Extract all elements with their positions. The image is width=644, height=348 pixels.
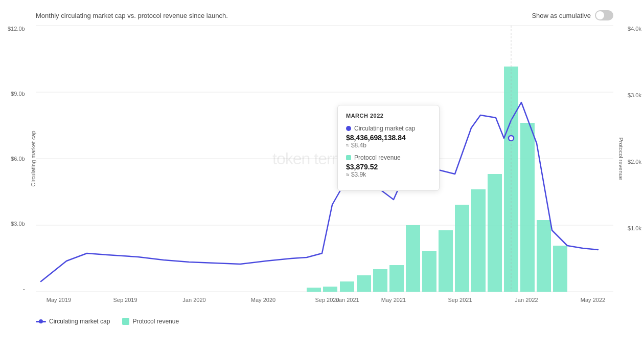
svg-rect-17 <box>504 67 518 292</box>
y-left-tick-4: - <box>8 286 25 292</box>
legend-market-cap-label: Circulating market cap <box>49 318 110 325</box>
svg-text:May 2020: May 2020 <box>251 297 275 303</box>
y-right-tick-1: $3.0k <box>628 92 641 98</box>
y-right-tick-0: $4.0k <box>628 26 641 32</box>
svg-rect-11 <box>406 225 420 292</box>
tooltip-green-dot <box>346 155 351 160</box>
tooltip-revenue-approx: ≈ $3.9k <box>346 171 431 178</box>
y-left-tick-3: $3.0b <box>8 221 25 227</box>
y-left-tick-2: $6.0b <box>8 156 25 162</box>
legend-bar-icon <box>122 318 129 325</box>
svg-rect-14 <box>455 205 469 292</box>
svg-rect-9 <box>373 269 387 292</box>
tooltip-blue-dot <box>346 126 351 131</box>
toggle-switch[interactable] <box>595 10 613 20</box>
svg-text:Jan 2021: Jan 2021 <box>336 297 359 303</box>
tooltip-revenue-section: Protocol revenue $3,879.52 ≈ $3.9k <box>346 154 431 178</box>
tooltip-revenue-label: Protocol revenue <box>346 154 431 161</box>
tooltip-market-cap-label: Circulating market cap <box>346 125 431 132</box>
svg-rect-12 <box>422 251 436 292</box>
legend-item-revenue: Protocol revenue <box>122 318 179 325</box>
y-axis-right: $4.0k $3.0k $2.0k $1.0k <box>628 26 641 292</box>
svg-rect-19 <box>537 220 551 292</box>
svg-rect-15 <box>471 189 486 292</box>
y-axis-left-label: Circulating market cap <box>30 128 36 189</box>
svg-text:Jan 2022: Jan 2022 <box>515 297 538 303</box>
chart-area: Circulating market cap Protocol revenue … <box>36 26 613 292</box>
svg-text:May 2022: May 2022 <box>581 297 605 303</box>
cumulative-toggle[interactable]: Show as cumulative <box>532 10 613 20</box>
chart-tooltip: MARCH 2022 Circulating market cap $8,436… <box>337 105 440 191</box>
tooltip-date: MARCH 2022 <box>346 113 431 119</box>
y-right-tick-3: $1.0k <box>628 225 641 231</box>
legend-revenue-label: Protocol revenue <box>132 318 179 325</box>
svg-rect-5 <box>307 288 321 292</box>
svg-text:Sep 2021: Sep 2021 <box>448 297 472 303</box>
svg-text:May 2019: May 2019 <box>47 297 71 303</box>
svg-rect-8 <box>357 275 371 292</box>
legend-line-icon <box>36 321 46 322</box>
y-axis-left: $12.0b $9.0b $6.0b $3.0b - <box>8 26 25 292</box>
svg-rect-20 <box>553 246 567 292</box>
svg-text:May 2021: May 2021 <box>381 297 406 303</box>
tooltip-market-cap-section: Circulating market cap $8,436,698,138.84… <box>346 125 431 149</box>
chart-legend: Circulating market cap Protocol revenue <box>36 318 179 325</box>
svg-rect-18 <box>520 123 535 292</box>
svg-rect-10 <box>389 265 404 292</box>
svg-rect-16 <box>488 174 502 292</box>
y-left-tick-1: $9.0b <box>8 91 25 97</box>
svg-text:Jan 2020: Jan 2020 <box>182 297 205 303</box>
tooltip-market-cap-value: $8,436,698,138.84 <box>346 134 431 142</box>
svg-rect-7 <box>340 281 354 292</box>
chart-subtitle: Monthly circulating market cap vs. proto… <box>36 12 228 19</box>
tooltip-revenue-value: $3,879.52 <box>346 163 431 171</box>
legend-item-market-cap: Circulating market cap <box>36 318 110 325</box>
svg-rect-13 <box>439 230 453 292</box>
svg-text:Sep 2019: Sep 2019 <box>113 297 137 303</box>
chart-svg: May 2019 Sep 2019 Jan 2020 May 2020 Sep … <box>36 26 613 292</box>
svg-rect-6 <box>323 287 337 292</box>
tooltip-market-cap-approx: ≈ $8.4b <box>346 142 431 149</box>
chart-container: Monthly circulating market cap vs. proto… <box>0 0 644 348</box>
toggle-label: Show as cumulative <box>532 12 591 19</box>
y-right-tick-2: $2.0k <box>628 159 641 165</box>
y-left-tick-0: $12.0b <box>8 26 25 32</box>
y-axis-right-label: Protocol revenue <box>618 128 624 189</box>
chart-header: Monthly circulating market cap vs. proto… <box>36 10 613 20</box>
